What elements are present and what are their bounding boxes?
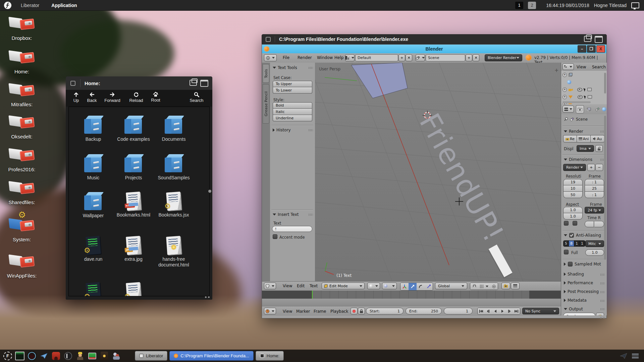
sampled-motion-panel-header[interactable]: Sampled Mot xyxy=(564,262,601,266)
viewport-3d[interactable]: FriendUP! User Persp (1) Text + xyxy=(315,63,561,281)
antialiasing-checkbox[interactable] xyxy=(569,233,574,238)
desktop-icon[interactable]: Sharedfiles: xyxy=(3,181,40,205)
visibility-eye-icon[interactable] xyxy=(578,95,583,99)
aa-filter-select[interactable]: Mitc xyxy=(585,240,604,247)
desktop-icon[interactable]: Oksedelt: xyxy=(3,115,40,139)
filter-size-field[interactable]: 1.0 xyxy=(585,249,604,256)
border-checkbox[interactable] xyxy=(564,221,569,226)
close-button[interactable]: X xyxy=(596,45,605,53)
desktop-icon[interactable]: Home: xyxy=(3,50,40,74)
menu-window[interactable]: Window xyxy=(317,55,333,60)
menu-file[interactable]: File xyxy=(283,55,289,60)
file-item[interactable]: ⚙ xyxy=(115,281,152,296)
dock-users-icon[interactable] xyxy=(111,351,121,361)
editor-type-selector[interactable] xyxy=(264,54,277,61)
underline-button[interactable]: Underline xyxy=(273,115,312,121)
outliner-editor-selector[interactable] xyxy=(562,63,574,70)
restore-button[interactable]: ❐ xyxy=(587,45,596,53)
scene-selector-icon[interactable] xyxy=(416,54,425,61)
vp-menu-edit[interactable]: Edit xyxy=(297,284,305,288)
reload-button[interactable]: Reload xyxy=(127,92,145,103)
display-icon[interactable] xyxy=(631,2,639,8)
jump-start-button[interactable] xyxy=(478,308,485,314)
end-frame-field[interactable]: End: 250 xyxy=(406,308,442,314)
file-item[interactable]: ⚙ dave.run xyxy=(75,235,112,281)
accent-mode-checkbox[interactable] xyxy=(273,234,277,239)
text-tools-panel-header[interactable]: Text Tools xyxy=(273,65,297,70)
file-item[interactable]: Wallpaper xyxy=(75,191,112,235)
jump-end-button[interactable] xyxy=(513,308,520,314)
tab-world-properties[interactable] xyxy=(602,105,606,113)
output-path-field[interactable]: /tmp\ xyxy=(563,313,595,315)
outliner-row-camera[interactable]: + xyxy=(562,86,592,93)
display-select[interactable]: Ima xyxy=(577,145,594,152)
dock-screenshare-icon[interactable] xyxy=(87,351,97,361)
friend-logo-icon[interactable] xyxy=(4,2,11,9)
task-home[interactable]: Home: xyxy=(256,351,284,361)
tl-menu-frame[interactable]: Frame xyxy=(314,309,326,314)
search-button[interactable]: Search xyxy=(188,92,205,103)
tab-scene-properties[interactable] xyxy=(593,105,601,113)
outliner-menu-view[interactable]: View xyxy=(577,65,586,69)
aa-samples-11[interactable]: 1 xyxy=(574,241,580,246)
aa-samples-5[interactable]: 5 xyxy=(564,241,569,246)
mode-select[interactable]: Edit Mode xyxy=(322,283,365,289)
app-titlebar[interactable]: Blender – ❐ X xyxy=(262,45,606,53)
window-titlebar[interactable]: C:\Program Files\Blender Foundation\Blen… xyxy=(262,34,607,45)
lock-button[interactable] xyxy=(358,308,365,314)
dock-gauge-icon[interactable] xyxy=(27,351,37,361)
minimize-button[interactable]: – xyxy=(578,45,586,53)
file-item[interactable]: SoundSamples xyxy=(155,153,192,191)
properties-editor-selector[interactable] xyxy=(562,106,574,113)
file-area[interactable]: Backup Code examples Documents Music Pro… xyxy=(68,107,210,296)
file-item[interactable]: ⚙ xyxy=(75,281,112,296)
file-item[interactable]: Music xyxy=(75,153,112,191)
render-anim-button[interactable]: Ani xyxy=(577,135,591,142)
manipulator-translate-button[interactable] xyxy=(409,283,417,290)
full-sample-checkbox[interactable] xyxy=(564,250,569,254)
renderable-icon[interactable] xyxy=(587,88,592,91)
frame-step-field[interactable]: : 1 xyxy=(585,192,604,198)
fps-select[interactable]: 24 fp xyxy=(585,207,604,214)
breadcrumb-label[interactable]: Scene xyxy=(576,117,588,122)
manipulator-axes-button[interactable] xyxy=(400,283,409,290)
window-menu-icon[interactable] xyxy=(70,81,75,86)
time-remap-old-field[interactable] xyxy=(585,221,594,227)
tab-tools[interactable]: Tools xyxy=(263,64,269,83)
frame-end-field[interactable]: 25 xyxy=(585,185,604,192)
proportional-edit-button[interactable] xyxy=(490,283,498,290)
collapsed-panel-row[interactable]: Metadata xyxy=(561,297,607,305)
clone-window-icon[interactable] xyxy=(584,36,591,42)
add-layout-button[interactable]: + xyxy=(398,54,405,61)
resolution-y-field[interactable]: 10 xyxy=(563,185,583,192)
snap-element-button[interactable] xyxy=(478,283,490,290)
expand-icon[interactable]: + xyxy=(562,95,567,99)
file-item[interactable]: Backup xyxy=(75,114,112,153)
file-item[interactable]: ⚙ Bookmarks.jsx xyxy=(155,191,192,235)
current-frame-field[interactable]: 1 xyxy=(444,308,473,314)
timeline-editor-selector[interactable] xyxy=(264,308,276,314)
render-audio-button[interactable]: Au xyxy=(591,135,604,142)
manipulator-rotate-button[interactable] xyxy=(417,283,425,290)
window-menu-icon[interactable] xyxy=(266,37,271,42)
time-remap-new-field[interactable] xyxy=(594,221,604,227)
autokey-record-button[interactable] xyxy=(351,308,358,314)
file-item[interactable]: JPG extra.jpg JPG xyxy=(115,235,152,281)
menu-list-icon[interactable] xyxy=(632,354,639,358)
timeline-band[interactable] xyxy=(262,291,561,299)
outliner-menu-search[interactable]: Search xyxy=(592,65,606,69)
desktop-icon[interactable]: Dropbox: xyxy=(3,16,40,41)
tl-menu-view[interactable]: View xyxy=(283,309,292,314)
sync-mode-select[interactable]: No Sync xyxy=(522,308,559,314)
viewport-editor-selector[interactable] xyxy=(264,283,276,289)
tab-grease-pencil[interactable]: Grease Pencil xyxy=(263,84,269,124)
properties-scrollbar[interactable] xyxy=(604,116,606,260)
dock-book-icon[interactable] xyxy=(99,351,109,361)
sampled-motion-checkbox[interactable] xyxy=(568,262,573,266)
to-lower-button[interactable]: To Lower xyxy=(273,87,312,94)
desktop-icon[interactable]: ⚙ System: xyxy=(3,218,40,242)
menu-help[interactable]: Help xyxy=(334,55,343,60)
dock-avatar-icon[interactable] xyxy=(75,351,85,361)
dock-terminal-icon[interactable] xyxy=(15,351,25,361)
collapsed-panel-row[interactable]: Shading xyxy=(561,270,607,279)
